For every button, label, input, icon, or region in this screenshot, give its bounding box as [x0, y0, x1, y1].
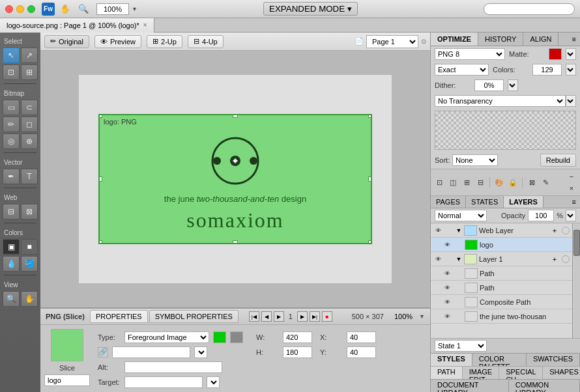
- document-tab[interactable]: logo-source.png : Page 1 @ 100% (logo)* …: [0, 18, 154, 33]
- hand-icon[interactable]: ✋: [21, 291, 38, 307]
- path2-item[interactable]: 👁 Path: [431, 281, 572, 295]
- blur-icon[interactable]: ◎: [3, 133, 20, 149]
- crop-icon[interactable]: ⊞: [21, 64, 38, 80]
- marquee-icon[interactable]: ▭: [3, 100, 20, 115]
- eraser-icon[interactable]: ◻: [21, 117, 38, 132]
- x-input[interactable]: [347, 331, 376, 343]
- zoom-view-icon[interactable]: 🔍: [3, 291, 20, 307]
- icon5[interactable]: 🎨: [493, 176, 505, 188]
- h-input[interactable]: [283, 346, 312, 358]
- icon4[interactable]: ⊟: [474, 176, 486, 188]
- maximize-button[interactable]: [27, 5, 35, 13]
- rebuild-button[interactable]: Rebuild: [540, 154, 576, 167]
- next-frame-btn[interactable]: ▶: [297, 311, 308, 322]
- properties-tab[interactable]: PROPERTIES: [90, 310, 148, 323]
- path-tab[interactable]: PATH: [431, 367, 463, 379]
- image-edit-tab[interactable]: IMAGE EDIT: [463, 367, 499, 379]
- subselect-icon[interactable]: ↗: [21, 48, 38, 63]
- dither-arrow[interactable]: [508, 79, 518, 91]
- search-tool[interactable]: 🔍: [78, 4, 89, 14]
- two-up-btn[interactable]: ⊞ 2-Up: [147, 35, 182, 48]
- no-transparency-select[interactable]: No Transparency: [435, 95, 566, 107]
- play-btn[interactable]: ▶: [274, 311, 284, 322]
- symbol-properties-tab[interactable]: SYMBOL PROPERTIES: [149, 310, 239, 323]
- expand-layer1[interactable]: ▼: [456, 255, 462, 264]
- zoom-dropdown[interactable]: ▼: [419, 313, 425, 320]
- paint-icon[interactable]: ✏: [3, 117, 20, 132]
- swatches-tab[interactable]: SWATCHES: [527, 354, 580, 366]
- hotspot-icon[interactable]: ⊠: [21, 204, 38, 219]
- vis-june-text[interactable]: 👁: [442, 312, 452, 321]
- composite-path-item[interactable]: 👁 Composite Path: [431, 295, 572, 309]
- icon9[interactable]: −: [566, 171, 577, 182]
- layers-menu[interactable]: ≡: [568, 196, 580, 208]
- lock-layer1[interactable]: [444, 255, 454, 264]
- original-btn[interactable]: ✏ Original: [44, 35, 89, 48]
- link-input[interactable]: [112, 346, 190, 358]
- special-ch-tab[interactable]: SPECIAL CH: [499, 367, 543, 379]
- type-dropdown[interactable]: Foreground Image: [124, 331, 209, 343]
- target-dropdown[interactable]: [207, 376, 220, 388]
- vis-logo-layer[interactable]: 👁: [442, 240, 452, 249]
- common-library-tab[interactable]: COMMON LIBRARY: [509, 380, 580, 392]
- target-input[interactable]: [124, 376, 203, 388]
- slice-name-input[interactable]: [44, 374, 90, 386]
- icon10[interactable]: ×: [566, 182, 577, 194]
- page-dropdown[interactable]: Page 1: [366, 35, 418, 48]
- eyedropper-icon[interactable]: 💧: [3, 256, 20, 272]
- vis-layer1[interactable]: 👁: [433, 255, 442, 264]
- matte-color-swatch[interactable]: [549, 48, 562, 60]
- colors-arrow[interactable]: [566, 64, 576, 76]
- slice-icon[interactable]: ⊟: [3, 204, 20, 219]
- search-input[interactable]: [484, 3, 575, 15]
- dither-input[interactable]: [474, 79, 504, 91]
- pen-icon[interactable]: ✒: [3, 169, 20, 184]
- w-input[interactable]: [283, 331, 312, 343]
- shapes-tab[interactable]: SHAPES: [543, 367, 580, 379]
- pages-tab[interactable]: PAGES: [431, 196, 466, 208]
- preview-btn[interactable]: 👁 Preview: [94, 35, 141, 48]
- zoom-dropdown-arrow[interactable]: ▼: [132, 6, 138, 12]
- zoom-input[interactable]: [96, 3, 129, 15]
- stop-btn[interactable]: ■: [322, 311, 332, 322]
- clone-icon[interactable]: ⊕: [21, 133, 38, 149]
- icon1[interactable]: ⊡: [433, 176, 445, 188]
- path1-item[interactable]: 👁 Path: [431, 266, 572, 281]
- text-icon[interactable]: T: [21, 169, 38, 184]
- document-library-tab[interactable]: DOCUMENT LIBRARY: [431, 380, 509, 392]
- vis-web-layer[interactable]: 👁: [433, 226, 442, 235]
- lock-path2[interactable]: [454, 283, 463, 292]
- tab-close-button[interactable]: ×: [143, 21, 147, 29]
- goto-end-btn[interactable]: ▶|: [310, 311, 320, 322]
- expand-web-layer[interactable]: ▼: [456, 226, 462, 235]
- panel-menu-arrow[interactable]: ≡: [568, 33, 580, 46]
- alt-input[interactable]: [124, 361, 222, 373]
- lock-composite[interactable]: [454, 298, 463, 307]
- add-web-layer-btn[interactable]: +: [549, 225, 560, 236]
- goto-start-btn[interactable]: |◀: [249, 311, 259, 322]
- blend-mode-select[interactable]: Normal: [435, 210, 487, 221]
- four-up-btn[interactable]: ⊟ 4-Up: [188, 35, 224, 48]
- format-select[interactable]: PNG 8: [435, 48, 505, 60]
- transparency-arrow[interactable]: [566, 95, 576, 107]
- styles-tab[interactable]: STYLES: [431, 354, 472, 366]
- layers-tab[interactable]: LAYERS: [504, 196, 544, 208]
- opacity-input[interactable]: [528, 210, 554, 221]
- canvas-element[interactable]: logo: PNG: [98, 114, 372, 244]
- scale-icon[interactable]: ⊡: [3, 64, 20, 80]
- vis-path2[interactable]: 👁: [442, 283, 452, 292]
- link-dropdown[interactable]: [194, 346, 207, 358]
- paint-bucket-icon[interactable]: 🪣: [21, 256, 38, 272]
- stroke-color[interactable]: ▣: [3, 239, 20, 255]
- logo-layer-item[interactable]: 👁 logo: [431, 238, 572, 252]
- history-tab[interactable]: HISTORY: [478, 33, 524, 46]
- minimize-button[interactable]: [16, 5, 24, 13]
- lasso-icon[interactable]: ⊂: [21, 100, 38, 115]
- state-select[interactable]: State 1: [435, 340, 487, 352]
- opacity-arrow[interactable]: [566, 210, 576, 221]
- align-tab[interactable]: ALIGN: [523, 33, 558, 46]
- close-button[interactable]: [5, 5, 13, 13]
- states-tab[interactable]: STATES: [466, 196, 504, 208]
- web-layer-item[interactable]: 👁 ▼ Web Layer +: [431, 223, 572, 238]
- add-layer1-btn[interactable]: +: [549, 254, 560, 264]
